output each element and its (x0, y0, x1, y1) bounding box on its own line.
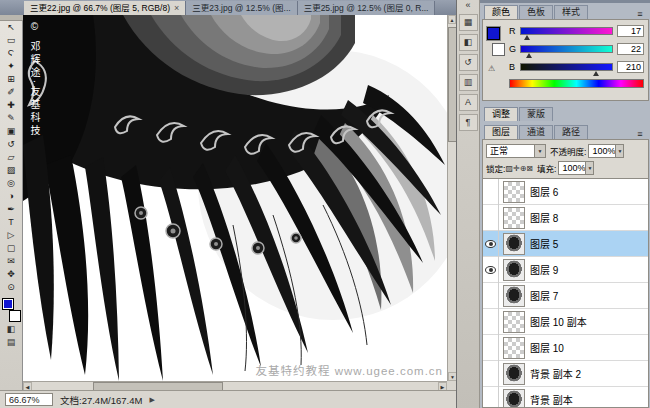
visibility-toggle[interactable] (483, 205, 499, 231)
color-spectrum-ramp[interactable] (509, 79, 644, 88)
quick-mask-button[interactable]: ◧ (2, 323, 20, 335)
visibility-toggle[interactable] (483, 387, 499, 408)
path-selection-tool[interactable]: ▷ (1, 229, 21, 242)
slider-marker-icon[interactable] (526, 53, 532, 58)
visibility-toggle[interactable] (483, 361, 499, 387)
zoom-input[interactable]: 66.67% (5, 393, 53, 406)
layer-thumbnail[interactable] (503, 337, 525, 359)
layer-row[interactable]: 图层 6 (483, 179, 648, 205)
visibility-toggle[interactable] (483, 231, 499, 257)
dock-drag-bar[interactable] (480, 0, 650, 3)
document-tab[interactable]: 三更25.jpg @ 12.5% (图层 0, R... (298, 1, 436, 15)
tab-paths[interactable]: 路径 (554, 125, 588, 139)
channel-value-input[interactable]: 22 (617, 43, 644, 55)
layer-row[interactable]: 图层 10 (483, 335, 648, 361)
lock-transparency-icon[interactable]: ▨ (505, 164, 513, 173)
eraser-tool[interactable]: ▱ (1, 151, 21, 164)
channel-slider[interactable] (520, 27, 613, 35)
paragraph-panel-icon[interactable]: ¶ (459, 114, 478, 131)
notes-tool[interactable]: ✉ (1, 255, 21, 268)
document-tab[interactable]: 三更22.jpg @ 66.7% (图层 5, RGB/8) × (24, 1, 186, 15)
gradient-tool[interactable]: ▨ (1, 164, 21, 177)
zoom-tool[interactable]: ⊙ (1, 281, 21, 294)
layer-thumbnail[interactable] (503, 259, 525, 281)
clone-stamp-tool[interactable]: ▣ (1, 125, 21, 138)
crop-tool[interactable]: ⊞ (1, 73, 21, 86)
layer-row[interactable]: 图层 8 (483, 205, 648, 231)
layer-row[interactable]: 背景 副本 2 (483, 361, 648, 387)
pen-tool[interactable]: ✒ (1, 203, 21, 216)
actions-panel-icon[interactable]: ▥ (459, 74, 478, 91)
layer-thumbnail[interactable] (503, 285, 525, 307)
healing-brush-tool[interactable]: ✚ (1, 99, 21, 112)
layer-thumbnail[interactable] (503, 389, 525, 408)
tab-layers[interactable]: 图层 (484, 125, 518, 139)
vertical-scrollbar[interactable]: ▲ ▼ (447, 15, 456, 381)
horizontal-scrollbar[interactable]: ◀ ▶ (23, 381, 447, 390)
toolbar-background-swatch[interactable] (9, 310, 21, 322)
visibility-toggle[interactable] (483, 179, 499, 205)
layer-row[interactable]: 图层 5 (483, 231, 648, 257)
foreground-swatch[interactable] (487, 27, 500, 40)
layer-row[interactable]: 图层 7 (483, 283, 648, 309)
tab-channels[interactable]: 通道 (519, 125, 553, 139)
shape-tool[interactable]: ▢ (1, 242, 21, 255)
layer-thumbnail[interactable] (503, 207, 525, 229)
channel-value-input[interactable]: 210 (617, 61, 644, 73)
blur-tool[interactable]: ◎ (1, 177, 21, 190)
screen-mode-button[interactable]: ▤ (2, 336, 20, 348)
panel-menu-icon[interactable]: ≡ (633, 9, 647, 19)
layer-row[interactable]: 图层 10 副本 (483, 309, 648, 335)
scroll-up-icon[interactable]: ▲ (448, 15, 456, 24)
tab-styles[interactable]: 样式 (554, 5, 588, 19)
channel-value-input[interactable]: 17 (617, 25, 644, 37)
layer-thumbnail[interactable] (503, 311, 525, 333)
visibility-toggle[interactable] (483, 335, 499, 361)
tab-swatches[interactable]: 色板 (519, 5, 553, 19)
layer-thumbnail[interactable] (503, 181, 525, 203)
layer-row[interactable]: 背景 副本 (483, 387, 648, 408)
opacity-input[interactable]: 100% ▼ (588, 144, 624, 158)
character-panel-icon[interactable]: A (459, 94, 478, 111)
panel-menu-icon[interactable]: ≡ (633, 129, 647, 139)
blend-mode-select[interactable]: 正常 ▼ (486, 144, 546, 158)
channel-slider[interactable] (520, 63, 613, 71)
tab-color[interactable]: 颜色 (484, 5, 518, 19)
fill-input[interactable]: 100% ▼ (558, 161, 594, 175)
tab-close-icon[interactable]: × (174, 2, 179, 15)
visibility-toggle[interactable] (483, 309, 499, 335)
marquee-tool[interactable]: ▭ (1, 34, 21, 47)
dodge-tool[interactable]: ◑ (1, 190, 21, 203)
dock-collapse-icon[interactable]: « (457, 0, 479, 11)
visibility-toggle[interactable] (483, 257, 499, 283)
channel-slider[interactable] (520, 45, 613, 53)
lock-all-icon[interactable]: ⊠ (526, 164, 533, 173)
tab-masks[interactable]: 蒙版 (519, 107, 553, 121)
document-tab[interactable]: 三更23.jpg @ 12.5% (图... (186, 1, 297, 15)
slider-marker-icon[interactable] (593, 71, 599, 76)
lasso-tool[interactable]: Ϛ (1, 47, 21, 60)
history-panel-icon[interactable]: ↺ (459, 54, 478, 71)
navigator-panel-icon[interactable]: ▦ (459, 14, 478, 31)
toolbar-foreground-swatch[interactable] (2, 298, 14, 310)
background-swatch[interactable] (492, 43, 505, 56)
tab-adjustments[interactable]: 调整 (484, 107, 518, 121)
layer-thumbnail[interactable] (503, 363, 525, 385)
info-panel-icon[interactable]: ◧ (459, 34, 478, 51)
lock-paint-icon[interactable]: ✛ (513, 164, 520, 173)
move-tool[interactable]: ↖ (1, 21, 21, 34)
status-menu-arrow-icon[interactable]: ▶ (149, 396, 154, 404)
quick-selection-tool[interactable]: ✦ (1, 60, 21, 73)
artist-copyright: © 邓辉途·友基科技 (27, 21, 42, 138)
hand-tool[interactable]: ✥ (1, 268, 21, 281)
eyedropper-tool[interactable]: ✐ (1, 86, 21, 99)
history-brush-tool[interactable]: ↺ (1, 138, 21, 151)
brush-tool[interactable]: ✎ (1, 112, 21, 125)
layer-thumbnail[interactable] (503, 233, 525, 255)
layer-row[interactable]: 图层 9 (483, 257, 648, 283)
canvas-area[interactable]: © 邓辉途·友基科技 友基特约教程 www.ugee.com.cn (23, 15, 447, 381)
gamut-warning-icon[interactable]: ⚠ (488, 64, 495, 73)
type-tool[interactable]: T (1, 216, 21, 229)
slider-marker-icon[interactable] (524, 35, 530, 40)
visibility-toggle[interactable] (483, 283, 499, 309)
